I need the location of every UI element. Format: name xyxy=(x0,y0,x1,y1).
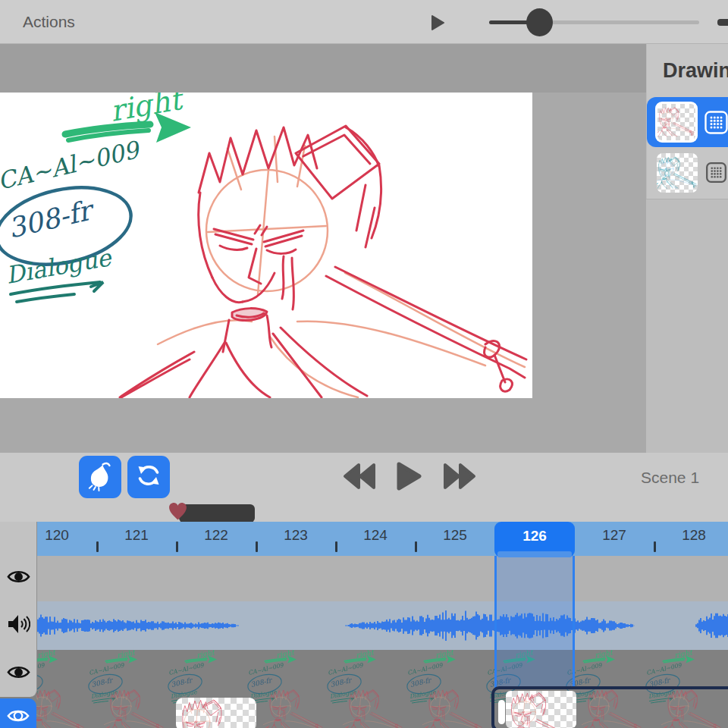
rewind-button[interactable] xyxy=(343,463,376,493)
drawing-thumbnail-2[interactable] xyxy=(657,153,698,193)
layer-visibility-icon-2[interactable] xyxy=(7,661,30,687)
frame-label[interactable]: 124 xyxy=(353,527,398,544)
selection-drag-handle[interactable] xyxy=(498,700,505,724)
drawing-thumbnail-1[interactable] xyxy=(657,104,695,140)
scene-label: Scene 1 xyxy=(641,469,709,487)
keyframe-cell-122[interactable] xyxy=(176,698,256,728)
audio-track-icon[interactable] xyxy=(6,612,30,639)
onion-skin-button[interactable] xyxy=(79,456,121,498)
drawings-panel-title: Drawings xyxy=(663,59,728,83)
frame-ruler[interactable]: 120 121 122 123 124 125 127 128 xyxy=(36,522,728,556)
character-sketch: right CA~Al~009 308-fr Dialogue xyxy=(0,93,532,398)
drawing-canvas[interactable]: right CA~Al~009 308-fr Dialogue xyxy=(0,93,532,398)
layer-visibility-icon-3[interactable] xyxy=(7,704,30,727)
preview-play-icon[interactable] xyxy=(431,15,444,33)
fast-forward-button[interactable] xyxy=(443,463,476,493)
ruler-tick xyxy=(654,541,656,552)
animation-app: Actions right CA~Al~009 308-fr Dialogue xyxy=(0,0,728,728)
playhead-column xyxy=(494,556,575,689)
keyframe-cell-126[interactable] xyxy=(506,691,576,728)
slider-handle[interactable] xyxy=(526,8,553,36)
loop-icon xyxy=(133,460,164,494)
play-button[interactable] xyxy=(396,461,422,494)
ruler-tick xyxy=(256,541,258,552)
frame-label[interactable]: 123 xyxy=(273,527,318,544)
selected-frame-strip xyxy=(497,551,572,557)
drawing-options-button-1[interactable] xyxy=(704,110,728,138)
drawing-options-button-2[interactable] xyxy=(705,162,727,187)
frame-label[interactable]: 127 xyxy=(592,527,637,544)
track-audio[interactable] xyxy=(36,601,728,650)
track-empty[interactable] xyxy=(36,556,728,601)
onion-icon xyxy=(85,460,115,494)
ruler-tick xyxy=(335,541,337,552)
frame-label[interactable]: 120 xyxy=(34,527,80,544)
loop-button[interactable] xyxy=(127,456,170,498)
audio-waveform xyxy=(36,601,728,650)
frame-label[interactable]: 121 xyxy=(114,527,159,544)
layer-visibility-icon-1[interactable] xyxy=(7,565,30,592)
actions-button[interactable]: Actions xyxy=(23,0,75,43)
secondary-slider-fill xyxy=(717,19,728,26)
ruler-tick xyxy=(415,541,417,552)
panel-empty-area xyxy=(646,199,728,453)
ruler-tick xyxy=(176,541,178,552)
frame-label[interactable]: 125 xyxy=(432,527,478,544)
selected-layer-header[interactable] xyxy=(0,698,36,728)
scrubber-bar[interactable] xyxy=(179,504,255,522)
frame-label[interactable]: 128 xyxy=(671,527,717,544)
ruler-tick xyxy=(96,541,99,552)
canvas-top-strip xyxy=(0,44,646,93)
frame-label[interactable]: 122 xyxy=(193,527,239,544)
